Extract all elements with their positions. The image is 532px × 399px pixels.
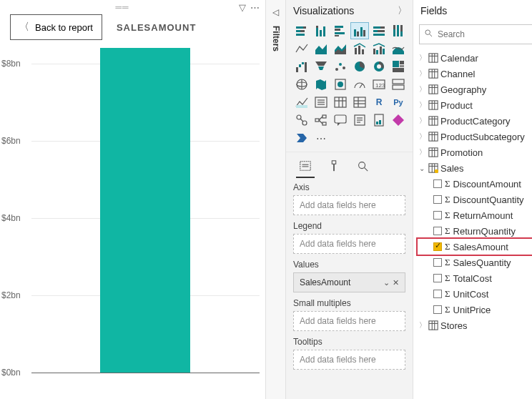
fields-search[interactable]	[419, 24, 532, 44]
viz-area-icon[interactable]	[312, 41, 330, 56]
visualizations-header[interactable]: Visualizations 〉	[286, 0, 413, 21]
viz-key-influencers-icon[interactable]	[293, 112, 310, 128]
field-sales-amount[interactable]: ΣSalesAmount	[418, 239, 532, 255]
viz-stacked-bar-icon[interactable]	[293, 23, 310, 39]
checkbox[interactable]	[433, 305, 442, 314]
viz-treemap-icon[interactable]	[390, 59, 407, 74]
viz-funnel-icon[interactable]	[312, 59, 330, 74]
viz-clustered-column-icon[interactable]	[351, 23, 368, 39]
viz-100-stacked-bar-icon[interactable]	[370, 23, 388, 39]
analytics-tab-icon[interactable]	[355, 158, 370, 174]
viz-ribbon-icon[interactable]	[390, 41, 407, 56]
field-unit-price[interactable]: ΣUnitPrice	[418, 302, 532, 317]
table-product-subcategory[interactable]: 〉ProductSubcategory	[418, 129, 532, 144]
visual-drag-handle-icon[interactable]: ══	[115, 2, 129, 12]
field-discount-quantity[interactable]: ΣDiscountQuantity	[418, 192, 532, 207]
well-axis-dropzone[interactable]: Add data fields here	[293, 195, 405, 215]
well-small-multiples-dropzone[interactable]: Add data fields here	[293, 311, 405, 331]
checkbox[interactable]	[433, 179, 442, 188]
back-to-report-button[interactable]: 〈 Back to report	[10, 14, 102, 40]
viz-paginated-report-icon[interactable]	[370, 112, 388, 128]
table-sales[interactable]: ⌄Sales	[418, 160, 532, 176]
viz-more-visuals-icon[interactable]: ⋯	[312, 130, 330, 146]
viz-power-automate-icon[interactable]	[293, 130, 310, 146]
viz-shape-map-icon[interactable]	[332, 77, 349, 92]
svg-rect-50	[400, 61, 404, 64]
svg-rect-33	[373, 49, 375, 54]
viz-filled-map-icon[interactable]	[312, 77, 330, 92]
viz-donut-icon[interactable]	[370, 59, 388, 74]
viz-table-icon[interactable]	[332, 94, 349, 110]
svg-point-136	[435, 169, 438, 173]
checkbox[interactable]	[433, 290, 442, 298]
viz-line-stacked-column-icon[interactable]	[351, 41, 368, 56]
chevron-down-icon[interactable]: ⌄	[383, 278, 390, 287]
fields-title: Fields	[420, 5, 447, 16]
viz-stacked-column-icon[interactable]	[312, 23, 330, 39]
viz-multi-row-card-icon[interactable]	[390, 77, 407, 92]
viz-gauge-icon[interactable]	[351, 77, 368, 92]
viz-kpi-icon[interactable]	[293, 94, 310, 110]
viz-scatter-icon[interactable]	[332, 59, 349, 74]
viz-stacked-area-icon[interactable]	[332, 41, 349, 56]
viz-card-icon[interactable]: 123	[370, 77, 388, 92]
checkbox[interactable]	[433, 258, 442, 267]
chevron-right-icon: 〉	[419, 69, 426, 79]
fields-tab-icon[interactable]	[297, 158, 313, 174]
checkbox[interactable]	[433, 227, 442, 235]
format-tab-icon[interactable]	[326, 158, 342, 174]
table-geography[interactable]: 〉Geography	[418, 82, 532, 97]
viz-line-clustered-column-icon[interactable]	[370, 41, 388, 56]
table-stores[interactable]: 〉Stores	[418, 317, 532, 333]
checkbox-checked[interactable]	[433, 242, 442, 251]
viz-map-icon[interactable]	[293, 77, 310, 92]
filters-collapsed-pane[interactable]: ◁ Filters	[266, 0, 286, 399]
well-values-item[interactable]: SalesAmount ⌄ ✕	[293, 272, 405, 292]
table-icon	[428, 147, 438, 157]
svg-rect-7	[320, 30, 322, 36]
table-calendar[interactable]: 〉Calendar	[418, 50, 532, 66]
viz-pie-icon[interactable]	[351, 59, 368, 74]
viz-power-apps-icon[interactable]	[390, 112, 407, 128]
table-channel[interactable]: 〉Channel	[418, 66, 532, 82]
fields-header[interactable]: Fields 〉	[413, 0, 532, 21]
bar-salesamount[interactable]	[100, 48, 190, 373]
svg-rect-5	[316, 28, 318, 36]
focus-filter-icon[interactable]: ▽	[239, 2, 246, 13]
viz-matrix-icon[interactable]	[351, 94, 368, 110]
y-tick-label: $2bn	[1, 290, 21, 300]
viz-line-icon[interactable]	[293, 41, 310, 56]
remove-field-icon[interactable]: ✕	[393, 278, 399, 287]
table-product-category[interactable]: 〉ProductCategory	[418, 113, 532, 129]
svg-rect-92	[379, 120, 381, 124]
field-return-quantity[interactable]: ΣReturnQuantity	[418, 223, 532, 239]
svg-rect-128	[429, 148, 438, 157]
viz-smart-narrative-icon[interactable]	[351, 112, 368, 128]
field-unit-cost[interactable]: ΣUnitCost	[418, 286, 532, 302]
more-options-icon[interactable]: ⋯	[250, 2, 260, 13]
viz-qa-icon[interactable]	[332, 112, 349, 128]
svg-rect-62	[393, 85, 404, 89]
search-input[interactable]	[438, 29, 532, 39]
viz-python-icon[interactable]: Py	[390, 94, 407, 110]
well-legend-dropzone[interactable]: Add data fields here	[293, 234, 405, 254]
well-tooltips-dropzone[interactable]: Add data fields here	[293, 350, 405, 370]
chevron-right-icon: 〉	[419, 116, 426, 126]
checkbox[interactable]	[433, 211, 442, 220]
viz-decomposition-tree-icon[interactable]	[312, 112, 330, 128]
viz-100-stacked-column-icon[interactable]	[390, 23, 407, 39]
checkbox[interactable]	[433, 195, 442, 204]
table-product[interactable]: 〉Product	[418, 97, 532, 113]
viz-clustered-bar-icon[interactable]	[332, 23, 349, 39]
field-discount-amount[interactable]: ΣDiscountAmount	[418, 176, 532, 192]
svg-rect-98	[332, 161, 335, 164]
viz-r-script-icon[interactable]: R	[370, 94, 388, 110]
expand-filters-icon[interactable]: ◁	[272, 7, 279, 17]
field-sales-quantity[interactable]: ΣSalesQuantity	[418, 255, 532, 270]
viz-slicer-icon[interactable]	[312, 94, 330, 110]
field-total-cost[interactable]: ΣTotalCost	[418, 270, 532, 286]
table-promotion[interactable]: 〉Promotion	[418, 144, 532, 160]
viz-waterfall-icon[interactable]	[293, 59, 310, 74]
checkbox[interactable]	[433, 274, 442, 282]
field-return-amount[interactable]: ΣReturnAmount	[418, 207, 532, 223]
